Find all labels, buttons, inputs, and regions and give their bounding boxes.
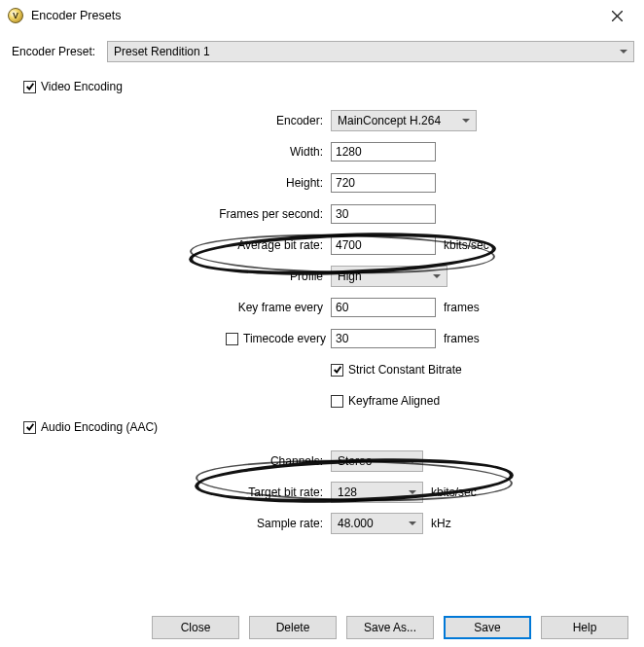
avg-bitrate-unit: kbits/sec bbox=[436, 238, 489, 252]
audio-encoding-section-header: Audio Encoding (AAC) bbox=[23, 420, 634, 434]
target-bitrate-unit: kbits/sec bbox=[423, 485, 477, 499]
fps-input[interactable] bbox=[331, 204, 436, 224]
save-button[interactable]: Save bbox=[444, 616, 531, 639]
timecode-every-unit: frames bbox=[436, 332, 480, 345]
video-encoding-checkbox[interactable] bbox=[23, 81, 36, 93]
encoder-label: Encoder: bbox=[10, 114, 331, 127]
video-form: Encoder: MainConcept H.264 Width: Height… bbox=[10, 107, 634, 414]
keyframe-aligned-checkbox[interactable] bbox=[331, 395, 343, 408]
window-title: Encoder Presets bbox=[31, 9, 121, 22]
delete-button[interactable]: Delete bbox=[249, 616, 337, 639]
target-bitrate-select[interactable]: 128 bbox=[331, 482, 423, 503]
dialog-body: Encoder Preset: Preset Rendition 1 Video… bbox=[0, 31, 644, 537]
help-button[interactable]: Help bbox=[541, 616, 628, 639]
timecode-every-row: Timecode every bbox=[226, 332, 331, 345]
button-bar: Close Delete Save As... Save Help bbox=[0, 616, 644, 639]
video-encoding-label: Video Encoding bbox=[41, 80, 123, 93]
save-as-button[interactable]: Save As... bbox=[346, 616, 434, 639]
avg-bitrate-label: Average bit rate: bbox=[10, 238, 331, 252]
audio-encoding-label: Audio Encoding (AAC) bbox=[41, 420, 158, 434]
avg-bitrate-input[interactable] bbox=[331, 235, 436, 255]
channels-select[interactable]: Stereo bbox=[331, 450, 423, 472]
checkmark-icon bbox=[25, 422, 35, 432]
timecode-every-checkbox[interactable] bbox=[226, 333, 238, 345]
profile-label: Profile bbox=[10, 270, 331, 283]
fps-label: Frames per second: bbox=[10, 207, 331, 221]
titlebar: V Encoder Presets bbox=[0, 0, 644, 31]
timecode-every-input[interactable] bbox=[331, 329, 436, 348]
preset-row: Encoder Preset: Preset Rendition 1 bbox=[10, 41, 634, 62]
strict-cbr-label: Strict Constant Bitrate bbox=[348, 363, 462, 377]
height-label: Height: bbox=[10, 176, 331, 190]
close-window-button[interactable] bbox=[595, 2, 638, 29]
close-icon bbox=[612, 11, 623, 21]
sample-rate-select[interactable]: 48.000 bbox=[331, 513, 423, 534]
timecode-every-label: Timecode every bbox=[243, 332, 326, 345]
checkmark-icon bbox=[333, 365, 342, 375]
height-input[interactable] bbox=[331, 173, 436, 193]
close-button[interactable]: Close bbox=[152, 616, 239, 639]
keyframe-every-label: Key frame every bbox=[10, 301, 331, 314]
sample-rate-unit: kHz bbox=[423, 517, 451, 530]
sample-rate-label: Sample rate: bbox=[10, 517, 331, 530]
encoder-select[interactable]: MainConcept H.264 bbox=[331, 110, 477, 131]
keyframe-every-unit: frames bbox=[436, 301, 480, 314]
app-icon: V bbox=[8, 8, 23, 23]
encoder-preset-label: Encoder Preset: bbox=[10, 45, 107, 58]
strict-cbr-row: Strict Constant Bitrate bbox=[331, 363, 462, 377]
audio-form: Channels: Stereo Target bit rate: 128 kb… bbox=[10, 448, 634, 537]
channels-label: Channels: bbox=[10, 454, 331, 468]
width-input[interactable] bbox=[331, 142, 436, 162]
keyframe-aligned-label: Keyframe Aligned bbox=[348, 394, 440, 408]
encoder-preset-value: Preset Rendition 1 bbox=[114, 45, 210, 58]
profile-select[interactable]: High bbox=[331, 266, 447, 287]
strict-cbr-checkbox[interactable] bbox=[331, 364, 343, 377]
width-label: Width: bbox=[10, 145, 331, 159]
keyframe-every-input[interactable] bbox=[331, 298, 436, 317]
audio-encoding-checkbox[interactable] bbox=[23, 421, 36, 434]
video-encoding-section-header: Video Encoding bbox=[23, 80, 634, 93]
checkmark-icon bbox=[25, 82, 35, 91]
target-bitrate-label: Target bit rate: bbox=[10, 485, 331, 499]
keyframe-aligned-row: Keyframe Aligned bbox=[331, 394, 440, 408]
encoder-preset-select[interactable]: Preset Rendition 1 bbox=[107, 41, 634, 62]
